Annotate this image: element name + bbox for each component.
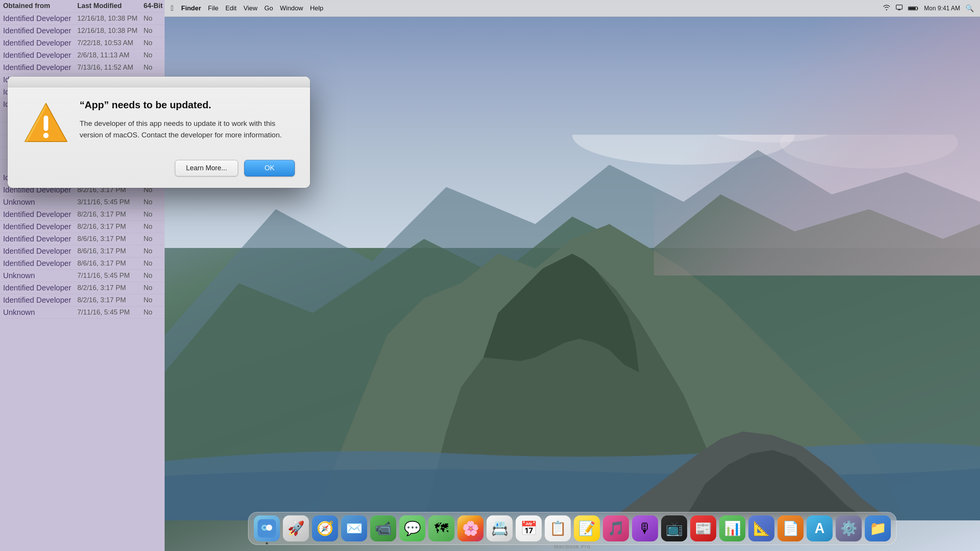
apple-menu[interactable]:  <box>171 4 173 13</box>
dock-safari[interactable]: 🧭 <box>312 515 338 541</box>
dialog-text-area: “App” needs to be updated. The developer… <box>80 99 295 141</box>
dialog-titlebar <box>8 77 310 87</box>
warning-icon-container <box>23 100 69 146</box>
dock-facetime[interactable]: 📹 <box>370 515 396 541</box>
dock-mail[interactable]: ✉️ <box>341 515 367 541</box>
dock-keynote[interactable]: 📐 <box>748 515 774 541</box>
finder-row: Unknown3/11/16, 5:45 PMNo <box>0 196 165 208</box>
dock-photos[interactable]: 🌸 <box>457 515 483 541</box>
battery-icon[interactable] <box>908 6 919 11</box>
menubar-window[interactable]: Window <box>280 5 303 12</box>
dialog-title: “App” needs to be updated. <box>80 99 295 112</box>
wifi-icon[interactable] <box>883 4 890 12</box>
finder-row: Identified Developer8/2/16, 3:17 PMNo <box>0 294 165 306</box>
dock-contacts[interactable]: 📇 <box>487 515 513 541</box>
menubar-go[interactable]: Go <box>265 5 273 12</box>
warning-triangle-icon <box>23 100 69 146</box>
finder-row: Identified Developer12/16/18, 10:38 PMNo <box>0 12 165 24</box>
svg-rect-4 <box>896 5 902 9</box>
svg-point-3 <box>780 135 958 168</box>
alert-dialog: “App” needs to be updated. The developer… <box>8 77 310 188</box>
dock-finder[interactable] <box>254 515 280 541</box>
dock-launchpad[interactable]: 🚀 <box>283 515 309 541</box>
dock-news[interactable]: 📰 <box>690 515 716 541</box>
dock-messages[interactable]: 💬 <box>399 515 425 541</box>
dialog-content: “App” needs to be updated. The developer… <box>8 87 310 160</box>
finder-row: Unknown7/11/16, 5:45 PMNo <box>0 269 165 282</box>
dock-pages[interactable]: 📄 <box>777 515 804 541</box>
mountain-landscape <box>165 135 980 520</box>
finder-row: Identified Developer8/2/16, 3:17 PMNo <box>0 208 165 220</box>
dock-maps[interactable]: 🗺 <box>428 515 454 541</box>
finder-row: Identified Developer12/16/18, 10:38 PMNo <box>0 24 165 37</box>
dock-numbers[interactable]: 📊 <box>719 515 745 541</box>
search-menubar-icon[interactable]: 🔍 <box>965 4 974 13</box>
dock: 🚀 🧭 ✉️ 📹 💬 🗺 🌸 📇 📅 <box>248 512 897 545</box>
ok-button[interactable]: OK <box>244 160 295 176</box>
dock-itunes[interactable]: 🎵 <box>603 515 629 541</box>
svg-rect-6 <box>909 7 916 10</box>
dialog-body: The developer of this app needs to updat… <box>80 118 295 141</box>
dock-reminders[interactable]: 📋 <box>545 515 571 541</box>
dock-notes[interactable]: 📝 <box>574 515 600 541</box>
finder-icon <box>258 519 276 538</box>
learn-more-button[interactable]: Learn More... <box>175 160 238 176</box>
dock-system-preferences[interactable]: ⚙️ <box>836 515 862 541</box>
menubar-edit[interactable]: Edit <box>225 5 237 12</box>
menubar-status-area: Mon 9:41 AM 🔍 <box>883 4 974 13</box>
menubar-help[interactable]: Help <box>310 5 323 12</box>
clock: Mon 9:41 AM <box>924 5 960 12</box>
finder-row: Identified Developer8/6/16, 3:17 PMNo <box>0 257 165 269</box>
menubar-file[interactable]: File <box>208 5 218 12</box>
display-icon[interactable] <box>896 5 903 12</box>
dock-files[interactable]: 📁 <box>865 515 891 541</box>
menubar-finder[interactable]: Finder <box>181 5 201 12</box>
finder-row: Identified Developer2/6/18, 11:13 AMNo <box>0 49 165 61</box>
finder-row: Identified Developer7/22/18, 10:53 AMNo <box>0 37 165 49</box>
finder-row: Identified Developer8/2/16, 3:17 PMNo <box>0 220 165 233</box>
svg-point-13 <box>43 133 49 138</box>
dock-tv[interactable]: 📺 <box>661 515 687 541</box>
menubar-view[interactable]: View <box>243 5 258 12</box>
finder-row: Identified Developer7/13/16, 11:52 AMNo <box>0 61 165 73</box>
menubar:  Finder File Edit View Go Window Help <box>165 0 980 17</box>
finder-row: Unknown7/11/16, 5:45 PMNo <box>0 306 165 318</box>
finder-row: Identified Developer8/2/16, 3:17 PMNo <box>0 282 165 294</box>
svg-point-9 <box>266 525 272 531</box>
finder-row: Identified Developer8/6/16, 3:17 PMNo <box>0 245 165 257</box>
dock-podcasts[interactable]: 🎙 <box>632 515 658 541</box>
svg-rect-12 <box>44 116 48 131</box>
dock-finder-dot <box>266 542 268 544</box>
dock-appstore[interactable]: A <box>807 515 833 541</box>
finder-row: Identified Developer8/6/16, 3:17 PMNo <box>0 233 165 245</box>
dialog-buttons: Learn More... OK <box>8 160 310 188</box>
dock-calendar[interactable]: 📅 <box>516 515 542 541</box>
